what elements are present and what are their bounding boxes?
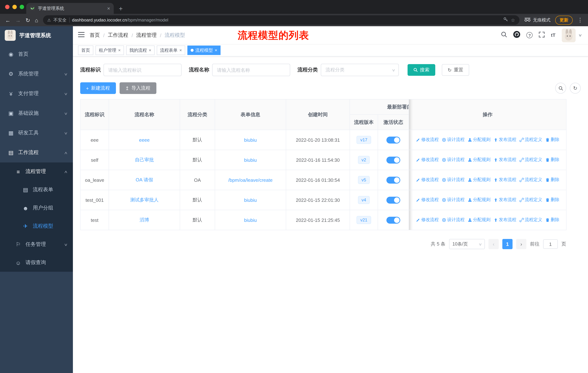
refresh-table-button[interactable]: ↻ bbox=[570, 83, 581, 94]
action-definition-link[interactable]: 流程定义 bbox=[519, 137, 542, 143]
page-1-button[interactable]: 1 bbox=[502, 239, 513, 249]
action-edit-link[interactable]: 修改流程 bbox=[416, 217, 439, 223]
sidebar-item-system[interactable]: ⚙ 系统管理 ∨ bbox=[0, 64, 73, 84]
search-icon[interactable] bbox=[501, 31, 507, 39]
process-name-link[interactable]: eeee bbox=[139, 137, 150, 143]
close-icon[interactable]: × bbox=[118, 48, 121, 53]
close-icon[interactable]: × bbox=[179, 48, 182, 53]
close-icon[interactable]: × bbox=[215, 48, 217, 53]
toggle-search-button[interactable] bbox=[555, 83, 566, 94]
help-icon[interactable]: ? bbox=[526, 32, 533, 38]
action-delete-link[interactable]: 删除 bbox=[545, 137, 559, 143]
close-icon[interactable]: × bbox=[149, 48, 151, 53]
avatar[interactable] bbox=[562, 28, 575, 42]
process-id-input[interactable] bbox=[104, 64, 181, 76]
process-name-input[interactable] bbox=[212, 64, 290, 76]
fullscreen-icon[interactable] bbox=[539, 31, 545, 39]
active-toggle[interactable] bbox=[386, 136, 400, 143]
font-size-icon[interactable]: tT bbox=[551, 32, 556, 38]
action-assign-link[interactable]: 分配规则 bbox=[468, 197, 491, 203]
github-icon[interactable] bbox=[514, 31, 520, 39]
prev-page-button[interactable]: ‹ bbox=[488, 239, 499, 249]
tab-close-icon[interactable]: × bbox=[107, 5, 110, 11]
action-edit-link[interactable]: 修改流程 bbox=[416, 137, 439, 143]
home-icon[interactable]: ⌂ bbox=[35, 17, 38, 23]
action-design-link[interactable]: 设计流程 bbox=[442, 197, 465, 203]
action-edit-link[interactable]: 修改流程 bbox=[416, 157, 439, 163]
process-name-link[interactable]: 滔博 bbox=[140, 217, 149, 222]
action-assign-link[interactable]: 分配规则 bbox=[468, 217, 491, 223]
form-info-link[interactable]: biubiu bbox=[244, 137, 257, 143]
action-definition-link[interactable]: 流程定义 bbox=[519, 217, 542, 223]
sidebar-item-infrastructure[interactable]: ▣ 基础设施 ∨ bbox=[0, 103, 73, 123]
reload-icon[interactable]: ↻ bbox=[26, 17, 30, 23]
action-publish-link[interactable]: 发布流程 bbox=[494, 137, 516, 143]
tag-home[interactable]: 首页 bbox=[78, 46, 93, 55]
action-delete-link[interactable]: 删除 bbox=[545, 197, 559, 203]
tag-process-model[interactable]: 流程模型 × bbox=[187, 46, 220, 55]
action-edit-link[interactable]: 修改流程 bbox=[416, 177, 439, 183]
sidebar-item-task-management[interactable]: ⚐ 任务管理 ∨ bbox=[0, 235, 73, 253]
url-bar[interactable]: ⚠ 不安全 dashboard.yudao.iocoder.cn/bpm/man… bbox=[43, 15, 519, 25]
browser-menu-icon[interactable]: ⋮ bbox=[578, 17, 583, 23]
tag-my-process[interactable]: 我的流程 × bbox=[126, 46, 155, 55]
search-button[interactable]: 搜索 bbox=[408, 64, 435, 76]
action-delete-link[interactable]: 删除 bbox=[545, 217, 559, 223]
action-design-link[interactable]: 设计流程 bbox=[442, 217, 465, 223]
new-tab-button[interactable]: + bbox=[119, 5, 123, 12]
close-window-button[interactable] bbox=[5, 5, 10, 9]
action-publish-link[interactable]: 发布流程 bbox=[494, 177, 516, 183]
process-name-link[interactable]: 测试多审批人 bbox=[130, 197, 158, 202]
breadcrumb-process-management[interactable]: 流程管理 bbox=[136, 32, 157, 39]
create-process-button[interactable]: + 新建流程 bbox=[80, 82, 116, 94]
form-info-link[interactable]: biubiu bbox=[244, 197, 257, 203]
avatar-caret-icon[interactable]: ∨ bbox=[578, 33, 582, 37]
action-delete-link[interactable]: 删除 bbox=[545, 157, 559, 163]
form-info-link[interactable]: /bpm/oa/leave/create bbox=[228, 177, 273, 183]
action-publish-link[interactable]: 发布流程 bbox=[494, 197, 516, 203]
update-chrome-button[interactable]: 更新 bbox=[555, 15, 573, 25]
zoom-window-button[interactable] bbox=[20, 5, 24, 9]
sidebar-item-process-model[interactable]: ✈ 流程模型 bbox=[0, 217, 73, 235]
tag-tenant[interactable]: 租户管理 × bbox=[95, 46, 124, 55]
form-info-link[interactable]: biubiu bbox=[244, 157, 257, 163]
sidebar-item-leave-query[interactable]: ☺ 请假查询 bbox=[0, 253, 73, 272]
browser-tab[interactable]: 芋道管理系统 × bbox=[26, 3, 114, 14]
forward-icon[interactable]: → bbox=[15, 17, 21, 23]
action-definition-link[interactable]: 流程定义 bbox=[519, 157, 542, 163]
next-page-button[interactable]: › bbox=[516, 239, 526, 249]
hamburger-icon[interactable] bbox=[78, 32, 84, 39]
action-assign-link[interactable]: 分配规则 bbox=[468, 177, 491, 183]
reset-button[interactable]: ↻ 重置 bbox=[442, 64, 469, 76]
action-delete-link[interactable]: 删除 bbox=[545, 177, 559, 183]
category-select[interactable]: 流程分类 ∨ bbox=[321, 64, 399, 76]
import-process-button[interactable]: ↥ 导入流程 bbox=[119, 82, 156, 94]
active-toggle[interactable] bbox=[386, 197, 400, 203]
key-icon[interactable] bbox=[504, 17, 508, 23]
breadcrumb-workflow[interactable]: 工作流程 bbox=[108, 32, 128, 39]
sidebar-item-payment[interactable]: ¥ 支付管理 ∨ bbox=[0, 84, 73, 103]
active-toggle[interactable] bbox=[386, 217, 400, 223]
action-definition-link[interactable]: 流程定义 bbox=[519, 197, 542, 203]
process-name-link[interactable]: 自己审批 bbox=[135, 157, 154, 162]
action-design-link[interactable]: 设计流程 bbox=[442, 177, 465, 183]
active-toggle[interactable] bbox=[386, 176, 400, 183]
sidebar-item-user-group[interactable]: ☻ 用户分组 bbox=[0, 199, 73, 217]
action-assign-link[interactable]: 分配规则 bbox=[468, 157, 491, 163]
action-publish-link[interactable]: 发布流程 bbox=[494, 157, 516, 163]
sidebar-item-devtools[interactable]: ▦ 研发工具 ∨ bbox=[0, 123, 73, 143]
minimize-window-button[interactable] bbox=[12, 5, 17, 9]
process-name-link[interactable]: OA 请假 bbox=[136, 177, 153, 182]
tag-process-form[interactable]: 流程表单 × bbox=[157, 46, 185, 55]
breadcrumb-home[interactable]: 首页 bbox=[90, 32, 100, 39]
sidebar-item-home[interactable]: ◉ 首页 bbox=[0, 44, 73, 64]
active-toggle[interactable] bbox=[386, 156, 400, 163]
action-design-link[interactable]: 设计流程 bbox=[442, 157, 465, 163]
back-icon[interactable]: ← bbox=[5, 17, 10, 23]
sidebar-item-process-management[interactable]: ≡ 流程管理 ∧ bbox=[0, 162, 73, 181]
security-warning-label[interactable]: 不安全 bbox=[53, 17, 66, 23]
sidebar-item-workflow[interactable]: ▤ 工作流程 ∧ bbox=[0, 143, 73, 162]
action-design-link[interactable]: 设计流程 bbox=[442, 137, 465, 143]
sidebar-item-process-form[interactable]: ▤ 流程表单 bbox=[0, 181, 73, 199]
action-publish-link[interactable]: 发布流程 bbox=[494, 217, 516, 223]
